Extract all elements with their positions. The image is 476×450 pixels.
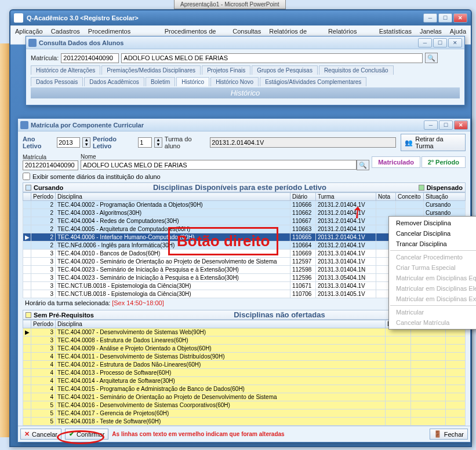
periodo-stepper[interactable]: ▲▼	[154, 137, 162, 148]
tab-hist-rico[interactable]: Histórico	[176, 77, 209, 86]
powerpoint-title: Apresentação1 - Microsoft PowerPoint	[174, 0, 286, 9]
table-row[interactable]: 5TEC.404.0017 - Gerencia de Projetos(60H…	[23, 409, 466, 418]
table-row[interactable]: 3TEC.404.0008 - Estrutura de Dados Linea…	[23, 336, 466, 345]
mat-nome[interactable]	[81, 160, 357, 170]
grid-nao-ofertadas[interactable]: PeríodoDisciplinaDiárioTurmaNota▶3TEC.40…	[23, 320, 466, 433]
tab-projetos-finais[interactable]: Projetos Finais	[202, 65, 250, 75]
table-row[interactable]: 3TEC.404.0009 - Análise e Projeto Orient…	[23, 345, 466, 353]
close-button[interactable]: ✕	[453, 13, 467, 23]
consulta-icon	[28, 39, 37, 47]
mat-max[interactable]: ☐	[439, 120, 453, 130]
ctx-cancelar-matr-cula: Cancelar Matrícula	[390, 317, 476, 328]
tabs-row1: Histórico de AlteraçõesPremiações/Medida…	[31, 65, 460, 75]
legend-dispensado	[419, 185, 424, 191]
ctx-remover-disciplina[interactable]: Remover Disciplina	[390, 218, 476, 228]
door-icon: 🚪	[434, 430, 442, 438]
status-periodo: 2º Período	[422, 156, 466, 168]
warn-text: As linhas com texto em vermelho indicam …	[112, 431, 284, 437]
tab-hist-rico-novo[interactable]: Histórico Novo	[210, 77, 259, 86]
exibir-somente-checkbox[interactable]	[23, 173, 30, 180]
consulta-close[interactable]: ✕	[448, 38, 462, 47]
retirar-turma-button[interactable]: 👥Retirar da Turma	[401, 134, 466, 151]
mat-lbl: Matrícula	[23, 154, 78, 160]
ano-label: Ano Letivo	[23, 136, 54, 149]
table-row[interactable]: 4TEC.404.0014 - Arquitetura de Software(…	[23, 377, 466, 385]
tab-dados-acad-micos[interactable]: Dados Acadêmicos	[84, 77, 144, 86]
turma-field[interactable]	[210, 137, 396, 148]
matricula-field[interactable]	[61, 53, 119, 63]
maximize-button[interactable]: ☐	[438, 13, 452, 23]
tab-premia-es-medidas-disciplinares[interactable]: Premiações/Medidas Disciplinares	[101, 65, 201, 75]
fechar-button[interactable]: 🚪Fechar	[430, 429, 468, 440]
table-row[interactable]: 4TEC.404.0013 - Processo de Software(60H…	[23, 369, 466, 377]
legend-semreq	[26, 312, 31, 318]
mat-close[interactable]: ✕	[454, 120, 468, 130]
consulta-max[interactable]: ☐	[433, 38, 447, 47]
ctx-trancar-disciplina[interactable]: Trancar Disciplina	[390, 239, 476, 249]
matricula-label: Matrícula:	[31, 54, 59, 61]
ano-field[interactable]	[57, 137, 80, 148]
ctx-aproveitamento-de-disciplina[interactable]: Aproveitamento de Disciplina	[473, 228, 476, 239]
sec-disponiveis: Cursando Disciplinas Disponíveis para es…	[23, 182, 466, 192]
cancel-icon: ✕	[24, 430, 30, 438]
mat-min[interactable]: ─	[424, 120, 438, 130]
ano-stepper[interactable]: ▲▼	[82, 137, 90, 148]
table-row[interactable]: 5TEC.404.0016 - Desenvolvimento de Siste…	[23, 401, 466, 409]
ctx-cancelar-disciplina[interactable]: Cancelar Disciplina	[390, 228, 473, 239]
minimize-button[interactable]: ─	[423, 13, 437, 23]
retirar-icon: 👥	[405, 139, 413, 147]
mat-matricula[interactable]	[23, 160, 78, 170]
tab-est-gios-atividades-complementares[interactable]: Estágios/Atividades Complementares	[260, 77, 366, 86]
ctx-matricular-em-disciplinas-equival: Matricular em Disciplinas Equival	[390, 273, 476, 283]
status-matriculado: Matriculado	[372, 156, 420, 168]
mat-title: Matrícula por Componente Curricular	[31, 122, 424, 129]
tab-dados-pessoais[interactable]: Dados Pessoais	[31, 77, 83, 86]
main-title: Q-Acadêmico 3.0 <Registro Escolar>	[27, 14, 423, 21]
tab-grupos-de-pesquisas[interactable]: Grupos de Pesquisas	[252, 65, 318, 75]
consulta-window: Consulta Dados dos Alunos ─ ☐ ✕ Matrícul…	[26, 36, 465, 105]
legend-cursando	[26, 185, 31, 191]
periodo-field[interactable]	[138, 137, 152, 148]
exibir-somente-label: Exibir somente diários da instituição do…	[32, 173, 161, 180]
turma-label: Turma do aluno	[165, 136, 208, 149]
app-icon	[14, 13, 23, 23]
nome-field[interactable]	[121, 53, 423, 63]
table-row[interactable]: 2TEC.404.0002 - Programação Orientada a …	[23, 201, 466, 209]
ctx-matricular: Matricular	[390, 307, 476, 317]
powerpoint-sidebar	[0, 43, 9, 437]
ctx-cancelar-procedimento: Cancelar Procedimento	[390, 252, 476, 262]
consulta-min[interactable]: ─	[418, 38, 432, 47]
ctx-matricular-em-disciplinas-extra-c: Matricular em Disciplinas Extra-C	[390, 294, 476, 304]
horario-value: [Sex 14:50~18:00]	[112, 299, 164, 306]
horario-label: Horário da turma selecionada:	[25, 299, 110, 306]
table-row[interactable]: 5TEC.404.0018 - Teste de Software(60H)	[23, 418, 466, 426]
consulta-title: Consulta Dados dos Alunos	[39, 39, 418, 46]
tab-requisitos-de-conclus-o[interactable]: Requisitos de Conclusão	[319, 65, 394, 75]
mat-icon	[20, 121, 28, 129]
tab-boletim[interactable]: Boletim	[146, 77, 175, 86]
table-row[interactable]: 4TEC.404.0021 - Seminário de Orientação …	[23, 393, 466, 401]
tab-hist-rico-de-altera-es[interactable]: Histórico de Alterações	[31, 65, 100, 75]
context-menu[interactable]: Remover DisciplinaDispensar DisciplinaCa…	[388, 216, 476, 330]
periodo-label: Período Letivo	[93, 136, 136, 149]
cancelar-button[interactable]: ✕Cancelar	[20, 429, 61, 440]
historico-header: Histórico	[31, 87, 460, 98]
main-titlebar: Q-Acadêmico 3.0 <Registro Escolar> ─ ☐ ✕	[10, 10, 471, 25]
table-row[interactable]: 4TEC.404.0012 - Estrutura de Dados Não-L…	[23, 361, 466, 369]
table-row[interactable]: 4TEC.404.0015 - Programação e Administra…	[23, 385, 466, 393]
ctx-criar-turma-especial: Criar Turma Especial	[390, 262, 476, 273]
search-icon[interactable]: 🔍	[425, 53, 438, 63]
annotation-circle	[57, 430, 104, 444]
ctx-matricular-em-disciplinas-eletivas: Matricular em Disciplinas Eletivas	[390, 283, 476, 294]
table-row[interactable]: 4TEC.404.0011 - Desenvolvimento de Siste…	[23, 353, 466, 361]
mat-search-icon[interactable]: 🔍	[357, 160, 369, 170]
tabs-row2: Dados PessoaisDados AcadêmicosBoletimHis…	[31, 77, 460, 86]
nome-lbl: Nome	[81, 153, 369, 160]
annotation-callout: Botão direito	[168, 227, 278, 255]
